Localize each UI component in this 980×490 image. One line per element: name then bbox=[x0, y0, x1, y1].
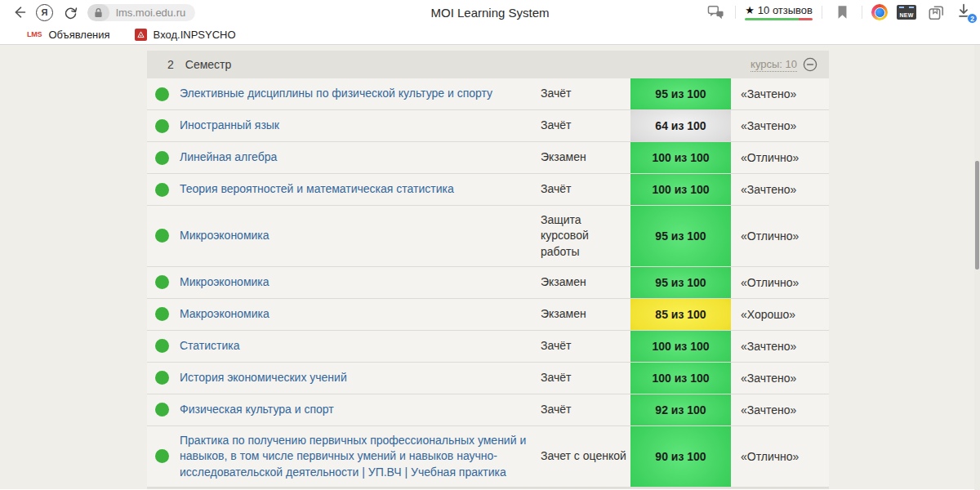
table-row: Микроэкономика Защита курсовой работы 95… bbox=[147, 206, 829, 267]
site-reviews-button[interactable]: ★ 10 отзывов bbox=[745, 4, 813, 20]
course-link[interactable]: Практика по получению первичных професси… bbox=[180, 426, 541, 487]
score-badge: 92 из 100 bbox=[630, 394, 731, 425]
status-cell bbox=[147, 183, 180, 197]
refresh-icon bbox=[63, 5, 78, 20]
address-bar[interactable]: lms.moi.edu.ru bbox=[87, 4, 195, 21]
course-link[interactable]: Макроэкономика bbox=[180, 300, 541, 328]
yandex-browser-icon[interactable]: Я bbox=[36, 4, 53, 21]
bookmark-button[interactable] bbox=[831, 2, 853, 23]
tab-groups-icon bbox=[928, 4, 945, 21]
bookmark-announcements[interactable]: LMS Объявления bbox=[27, 29, 110, 41]
grade-text: «Зачтено» bbox=[731, 176, 829, 203]
assessment-type: Экзамен bbox=[541, 268, 630, 296]
grade-text: «Зачтено» bbox=[731, 113, 829, 139]
browser-update-icon-center bbox=[875, 7, 885, 18]
score-badge: 95 из 100 bbox=[630, 267, 731, 298]
table-row: Макроэкономика Экзамен 85 из 100 «Хорошо… bbox=[147, 299, 829, 331]
course-link[interactable]: Линейная алгебра bbox=[180, 143, 541, 172]
page-title: MOI Learning System bbox=[430, 6, 549, 20]
score-badge: 100 из 100 bbox=[630, 142, 731, 173]
table-row: Иностранный язык Зачёт 64 из 100 «Зачтен… bbox=[147, 110, 829, 142]
browser-toolbar: Я lms.moi.edu.ru MOI Learning System bbox=[0, 0, 980, 24]
table-row: История экономических учений Зачёт 100 и… bbox=[147, 363, 829, 394]
status-cell bbox=[147, 307, 180, 321]
score-badge: 95 из 100 bbox=[630, 206, 731, 266]
course-link[interactable]: Элективные дисциплины по физической куль… bbox=[180, 79, 541, 108]
course-link[interactable]: Статистика bbox=[180, 332, 541, 360]
toolbar-right-controls: ★ 10 отзывов NEW bbox=[705, 0, 973, 24]
grade-text: «Отлично» bbox=[731, 223, 829, 249]
feedback-button[interactable] bbox=[705, 2, 726, 23]
score-badge: 95 из 100 bbox=[630, 78, 731, 109]
assessment-type: Зачёт bbox=[541, 79, 630, 108]
refresh-button[interactable] bbox=[60, 2, 81, 23]
status-cell bbox=[147, 119, 180, 133]
browser-update-icon[interactable] bbox=[871, 4, 888, 20]
downloads-count-badge: 2 bbox=[967, 13, 978, 24]
collapse-minus-icon[interactable] bbox=[803, 57, 817, 72]
assessment-type: Зачёт bbox=[541, 395, 630, 424]
semester-title: Семестр bbox=[185, 58, 232, 71]
grade-text: «Отлично» bbox=[731, 270, 829, 296]
table-row: Физическая культура и спорт Зачёт 92 из … bbox=[147, 394, 829, 426]
status-cell bbox=[147, 87, 180, 101]
new-feature-button[interactable]: NEW bbox=[897, 5, 916, 20]
url-text: lms.moi.edu.ru bbox=[109, 7, 195, 19]
status-dot-icon bbox=[155, 87, 169, 101]
table-row: Теория вероятностей и математическая ста… bbox=[147, 174, 829, 206]
course-link[interactable]: Иностранный язык bbox=[180, 111, 541, 140]
page-content: 2 Семестр курсы: 10 Элективные дисциплин… bbox=[0, 45, 980, 489]
lms-favicon: LMS bbox=[27, 30, 42, 38]
back-button[interactable] bbox=[8, 2, 29, 23]
table-row: Микроэкономика Экзамен 95 из 100 «Отличн… bbox=[147, 267, 829, 299]
course-link[interactable]: История экономических учений bbox=[180, 363, 541, 392]
semester-2-header: 2 Семестр курсы: 10 bbox=[147, 51, 829, 78]
score-badge: 100 из 100 bbox=[630, 331, 731, 362]
assessment-type: Зачёт bbox=[541, 111, 630, 140]
semester-number: 2 bbox=[167, 58, 174, 71]
tab-groups-button[interactable] bbox=[925, 2, 947, 23]
status-cell bbox=[147, 275, 180, 289]
course-link[interactable]: Физическая культура и спорт bbox=[180, 395, 541, 424]
grades-table: 2 Семестр курсы: 10 Элективные дисциплин… bbox=[147, 51, 829, 489]
table-row: Элективные дисциплины по физической куль… bbox=[147, 78, 829, 110]
assessment-type: Экзамен bbox=[541, 143, 630, 172]
table-row: Линейная алгебра Экзамен 100 из 100 «Отл… bbox=[147, 142, 829, 174]
status-dot-icon bbox=[155, 151, 169, 165]
course-link[interactable]: Теория вероятностей и математическая ста… bbox=[180, 175, 541, 203]
assessment-type: Защита курсовой работы bbox=[541, 206, 630, 266]
ssl-lock-segment[interactable] bbox=[87, 4, 109, 21]
bookmark-inpsycho-login[interactable]: Вход.INPSYCHO bbox=[135, 29, 236, 41]
star-icon: ★ bbox=[745, 4, 755, 16]
status-dot-icon bbox=[155, 229, 169, 243]
status-dot-icon bbox=[155, 119, 169, 133]
grade-text: «Зачтено» bbox=[731, 397, 829, 423]
grades-table-body: Элективные дисциплины по физической куль… bbox=[147, 78, 829, 488]
new-badge-label: NEW bbox=[899, 12, 913, 18]
grade-text: «Отлично» bbox=[731, 145, 829, 171]
status-dot-icon bbox=[155, 307, 169, 321]
reviews-count-label: 10 отзывов bbox=[758, 4, 813, 16]
score-badge: 85 из 100 bbox=[630, 299, 731, 330]
table-row: Практика по получению первичных професси… bbox=[147, 426, 829, 488]
status-dot-icon bbox=[155, 403, 169, 416]
grade-text: «Зачтено» bbox=[731, 81, 829, 107]
bookmark-label: Вход.INPSYCHO bbox=[154, 29, 236, 41]
scrollbar-thumb[interactable] bbox=[975, 161, 979, 270]
course-link[interactable]: Микроэкономика bbox=[180, 268, 541, 296]
toolbar-divider bbox=[735, 6, 736, 19]
status-cell bbox=[147, 449, 180, 463]
toolbar-divider bbox=[862, 6, 862, 19]
toolbar-divider bbox=[822, 6, 822, 19]
score-badge: 100 из 100 bbox=[630, 174, 731, 205]
status-cell bbox=[147, 371, 180, 385]
bookmark-label: Объявления bbox=[48, 29, 109, 41]
inpsycho-favicon bbox=[135, 29, 147, 41]
reviews-rating-bar bbox=[745, 18, 813, 20]
status-dot-icon bbox=[155, 339, 169, 353]
course-link[interactable]: Микроэкономика bbox=[180, 221, 541, 250]
status-dot-icon bbox=[155, 449, 169, 463]
downloads-button[interactable]: 2 bbox=[956, 2, 973, 22]
semester-collapse-control[interactable]: курсы: 10 bbox=[751, 57, 817, 72]
browser-window: Я lms.moi.edu.ru MOI Learning System bbox=[0, 0, 980, 490]
